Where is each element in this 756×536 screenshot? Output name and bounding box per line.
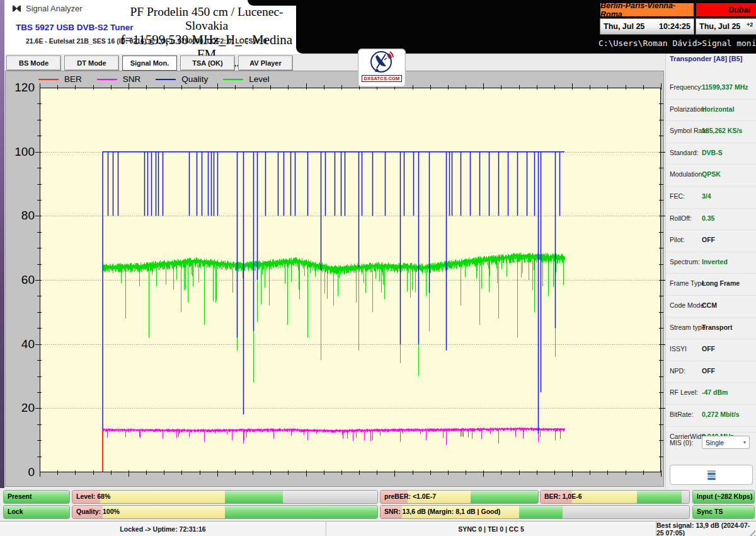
clock-dubai: DubaiThu, Jul 25+212:24 xyxy=(696,3,756,35)
param-row-stream-type-: Stream type:Transport xyxy=(666,317,756,339)
indicator-label: Present xyxy=(8,492,32,500)
indicator-label: Quality: 100% xyxy=(76,508,120,515)
dxsatcs-logo: DXSATCS.COM xyxy=(358,49,406,87)
tab-bs-mode[interactable]: BS Mode xyxy=(6,55,61,71)
indicator-label: Level: 68% xyxy=(76,492,110,500)
satellite-dish-icon xyxy=(369,49,394,74)
statusbar: Locked -> Uptime: 72:31:16 SYNC 0 | TEI … xyxy=(0,521,756,536)
indicator-preber: preBER: <1.0E-7 xyxy=(380,490,539,504)
indicator-input-kbps-: Input (~282 Kbps) xyxy=(692,490,755,504)
antenna-location: PF Prodelin 450 cm / Lucenec-Slovakia xyxy=(110,5,303,33)
chevron-down-icon: ▾ xyxy=(743,440,746,445)
transponder-parameters-panel: Transponder [A8] [B5] Frequency:11599,33… xyxy=(665,54,756,489)
status-indicator-bars: PresentLevel: 68%preBER: <1.0E-7BER: 1,0… xyxy=(0,489,756,519)
indicator-present: Present xyxy=(3,490,70,504)
window-title: Signal Analyzer xyxy=(26,4,83,13)
indicator-label: preBER: <1.0E-7 xyxy=(384,492,436,500)
y-tick-label-0: 0 xyxy=(6,465,35,479)
param-row-modulation-: Modulation:QPSK xyxy=(666,164,756,186)
console-panel-edge xyxy=(248,0,298,6)
signal-chart-panel: BERSNRQualityLevel 020406080100120 xyxy=(5,71,664,487)
logo-text: DXSATCS.COM xyxy=(362,75,401,82)
mis-row: MIS (0): Single ▾ xyxy=(666,432,756,454)
param-row-spectrum-: Spectrum:Inverted xyxy=(666,252,756,274)
param-row-standard-: Standard:DVB-S xyxy=(666,143,756,165)
signal-analyzer-window: Signal Analyzer TBS 5927 USB DVB-S2 Tune… xyxy=(0,0,756,536)
legend-line-sample xyxy=(38,79,59,80)
y-tick-label-100: 100 xyxy=(6,145,35,159)
mis-dropdown[interactable]: Single ▾ xyxy=(702,436,750,449)
clock-datetime: Thu, Jul 25+212:24 xyxy=(696,18,756,35)
statusbar-best-signal: Best signal: 13,9 dB (2024-07-25 07:05) xyxy=(656,521,756,536)
clock-datetime: Thu, Jul 2510:24:25 xyxy=(600,18,694,35)
param-row-symbol-rate-: Symbol Rate:185,262 KS/s xyxy=(666,120,756,143)
indicator-ber: BER: 1,0E-6 xyxy=(540,490,690,504)
indicator-quality: Quality: 100% xyxy=(72,505,378,519)
tab-av-player[interactable]: AV Player xyxy=(238,55,293,71)
param-row-fec-: FEC:3/4 xyxy=(666,186,756,208)
param-row-code-mode-: Code Mode:CCM xyxy=(666,295,756,317)
param-row-frame-type-: Frame Type:Long Frame xyxy=(666,273,756,295)
signal-history-chart xyxy=(35,83,666,477)
mis-value: Single xyxy=(706,439,724,446)
indicator-level: Level: 68% xyxy=(72,490,378,504)
tab-tsa-ok-[interactable]: TSA (OK) xyxy=(180,55,235,71)
mis-label: MIS (0): xyxy=(670,439,693,446)
param-row-npd-: NPD:OFF xyxy=(666,361,756,383)
indicator-snr: SNR: 13,6 dB (Margin: 8,1 dB | Good) xyxy=(380,505,690,519)
list-icon xyxy=(707,470,716,480)
clock-city-label: Dubai xyxy=(696,3,756,17)
indicator-label: Sync TS xyxy=(697,508,723,515)
statusbar-lock-uptime: Locked -> Uptime: 72:31:16 xyxy=(0,521,326,536)
indicator-label: Input (~282 Kbps) xyxy=(697,492,752,500)
indicator-label: SNR: 13,6 dB (Margin: 8,1 dB | Good) xyxy=(384,508,500,515)
legend-line-sample xyxy=(156,79,176,80)
titlebar: Signal Analyzer xyxy=(12,4,83,13)
mode-tabs: BS ModeDT ModeSignal Mon.TSA (OK)AV Play… xyxy=(6,55,293,71)
param-row-frequency-: Frequency:11599,337 MHz xyxy=(666,78,756,99)
y-tick-label-40: 40 xyxy=(6,337,35,351)
param-row-pilot-: Pilot:OFF xyxy=(666,230,756,252)
app-icon xyxy=(12,4,21,13)
indicator-label: BER: 1,0E-6 xyxy=(544,492,582,500)
indicator-lock: Lock xyxy=(3,505,70,519)
indicator-sync-ts: Sync TS xyxy=(692,505,755,519)
y-tick-label-60: 60 xyxy=(6,273,35,287)
clock-city-label: Berlin-Paris-Vienna-Roma xyxy=(600,3,694,17)
transponder-header: Transponder [A8] [B5] xyxy=(670,55,753,62)
world-clock-bar: Berlin-Paris-Vienna-RomaThu, Jul 2510:24… xyxy=(600,3,756,35)
y-axis-labels: 020406080100120 xyxy=(6,71,35,487)
parameter-list: Frequency:11599,337 MHzPolarization:Hori… xyxy=(666,78,756,448)
param-row-rf-level-: RF Level:-47 dBm xyxy=(666,382,756,404)
console-panel: Berlin-Paris-Vienna-RomaThu, Jul 2510:24… xyxy=(296,0,756,54)
param-row-issyi: ISSYIOFF xyxy=(666,339,756,361)
console-command-line: C:\Users\Roman Dávid>Signal monitoring_P… xyxy=(598,38,756,48)
stream-list-button[interactable] xyxy=(670,465,753,485)
y-tick-label-120: 120 xyxy=(6,81,35,95)
tab-dt-mode[interactable]: DT Mode xyxy=(64,55,119,71)
y-tick-label-20: 20 xyxy=(6,401,35,415)
legend-line-sample xyxy=(223,79,243,80)
param-row-bitrate-: BitRate:0,272 Mbit/s xyxy=(666,404,756,426)
param-row-rolloff-: RollOff:0.35 xyxy=(666,208,756,230)
statusbar-sync-counters: SYNC 0 | TEI 0 | CC 5 xyxy=(326,521,656,536)
indicator-label: Lock xyxy=(8,508,23,515)
y-tick-label-80: 80 xyxy=(6,209,35,223)
legend-line-sample xyxy=(97,79,117,80)
window-left-border xyxy=(0,0,4,488)
clock-berlin-paris-vienna-roma: Berlin-Paris-Vienna-RomaThu, Jul 2510:24… xyxy=(600,3,694,35)
tab-signal-mon-[interactable]: Signal Mon. xyxy=(122,55,177,71)
param-row-polarization-: Polarization:Horizontal xyxy=(666,99,756,121)
